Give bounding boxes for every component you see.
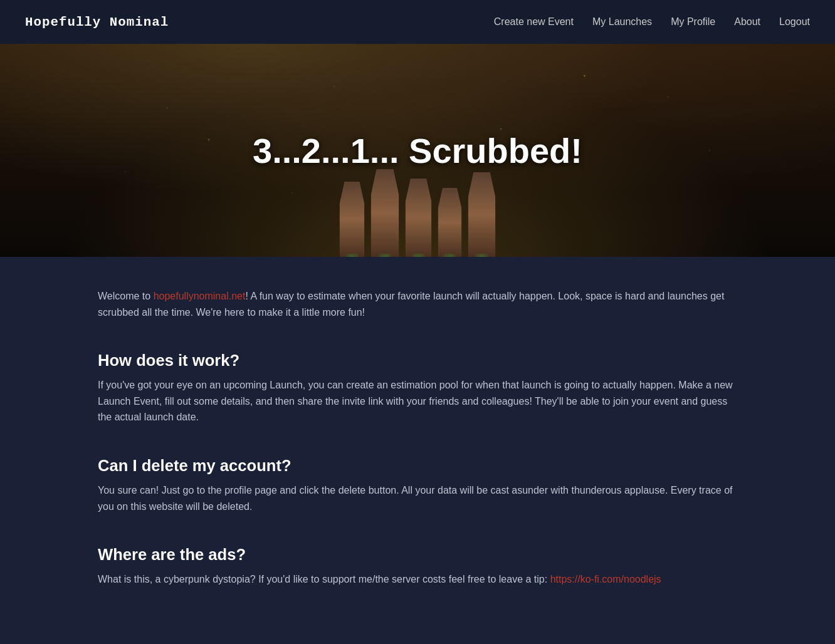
nav-link-logout[interactable]: Logout <box>779 16 810 27</box>
rocket-3 <box>406 179 432 257</box>
rocket-1 <box>340 182 365 257</box>
nav-item-logout[interactable]: Logout <box>779 16 810 28</box>
rocket-4 <box>438 188 462 257</box>
faq-delete-account: Can I delete my account? You sure can! J… <box>98 457 737 514</box>
welcome-paragraph: Welcome to hopefullynominal.net! A fun w… <box>98 288 737 320</box>
rocket-2 <box>371 169 399 257</box>
faq-delete-account-question: Can I delete my account? <box>98 457 737 475</box>
nav-links: Create new Event My Launches My Profile … <box>494 16 810 28</box>
nav-brand: Hopefully Nominal <box>25 15 169 29</box>
faq-ads: Where are the ads? What is this, a cyber… <box>98 546 737 588</box>
navbar: Hopefully Nominal Create new Event My La… <box>0 0 835 44</box>
faq-delete-account-answer: You sure can! Just go to the profile pag… <box>98 482 737 514</box>
faq-ads-answer-text: What is this, a cyberpunk dystopia? If y… <box>98 574 550 584</box>
nav-link-my-launches[interactable]: My Launches <box>592 16 652 27</box>
nav-link-create-event[interactable]: Create new Event <box>494 16 574 27</box>
rocket-illustration <box>340 169 496 257</box>
hopefullynominal-link[interactable]: hopefullynominal.net <box>154 291 246 301</box>
faq-ads-question: Where are the ads? <box>98 546 737 564</box>
nav-item-create-event[interactable]: Create new Event <box>494 16 574 28</box>
faq-ads-answer: What is this, a cyberpunk dystopia? If y… <box>98 571 737 588</box>
hero-title: 3...2...1... Scrubbed! <box>253 130 582 171</box>
nav-item-my-profile[interactable]: My Profile <box>671 16 715 28</box>
main-content: Welcome to hopefullynominal.net! A fun w… <box>73 257 762 644</box>
faq-how-it-works-question: How does it work? <box>98 351 737 370</box>
nav-item-about[interactable]: About <box>734 16 760 28</box>
nav-link-my-profile[interactable]: My Profile <box>671 16 715 27</box>
rocket-5 <box>468 172 496 257</box>
faq-how-it-works-answer: If you've got your eye on an upcoming La… <box>98 377 737 425</box>
welcome-prefix: Welcome to <box>98 291 154 301</box>
faq-how-it-works: How does it work? If you've got your eye… <box>98 351 737 425</box>
nav-item-my-launches[interactable]: My Launches <box>592 16 652 28</box>
kofi-link[interactable]: https://ko-fi.com/noodlejs <box>550 574 661 584</box>
hero-section: 3...2...1... Scrubbed! <box>0 44 835 257</box>
nav-link-about[interactable]: About <box>734 16 760 27</box>
